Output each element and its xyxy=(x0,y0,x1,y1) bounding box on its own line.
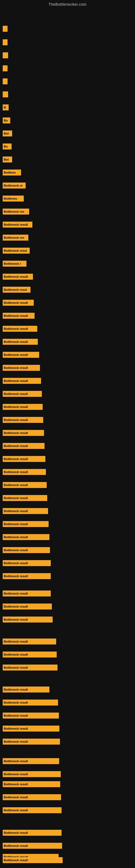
bar-container: Bottleneck result xyxy=(3,713,59,718)
bar: Bottleneck result xyxy=(3,781,60,787)
bar: Bo xyxy=(3,118,10,123)
bar-label: Bottleneck result xyxy=(4,392,28,396)
bar: Bottleneck result xyxy=(3,313,35,319)
bar xyxy=(3,52,8,58)
bar-container: Bottleneck resul xyxy=(3,287,31,293)
bar-label: Bottleneck resul xyxy=(4,288,27,291)
bar-label: Bottleneck result xyxy=(4,223,28,226)
bar: Bottleneck result xyxy=(3,404,43,410)
bar: Bottleneck result xyxy=(3,456,45,462)
bar-label: Bottleneck result xyxy=(4,618,28,621)
bar-label: Bottleneck result xyxy=(4,844,28,847)
bar-container: Bottleneck result xyxy=(3,843,62,849)
bar-label: Bottleneck result xyxy=(4,431,28,435)
bar: Bottleneck result xyxy=(3,843,62,849)
bar-container: Bottleneck result xyxy=(3,222,32,227)
bar: Bottleneck result xyxy=(3,857,63,863)
bar-container: Bottleneck result xyxy=(3,274,33,280)
bar-container xyxy=(3,65,8,71)
bar-container: Bottleneck resul xyxy=(3,248,30,254)
bar: Bottleneck result xyxy=(3,482,47,488)
bar: Bottleneck result xyxy=(3,339,38,345)
bar-label: Bottleneck result xyxy=(4,701,28,704)
bar-container: Bottleneck result xyxy=(3,617,53,622)
bar-container: Bottleneck result xyxy=(3,857,63,863)
bar-label: Bo xyxy=(4,119,8,122)
bar-label: Bottleneck result xyxy=(4,327,28,330)
bar xyxy=(3,79,8,84)
bar: Bottleneck resul xyxy=(3,248,30,254)
bar-container: Bottleneck result xyxy=(3,365,40,371)
bar-container: Bottleneck result xyxy=(3,807,61,813)
bar-label: Bot xyxy=(4,132,9,135)
bar: Bottleneck result xyxy=(3,664,57,671)
bar-container: Bottleneck result xyxy=(3,794,61,800)
bar: Bottleneck result xyxy=(3,274,33,280)
bar-label: Bottleneck result xyxy=(4,666,28,669)
bar: Bottleneck resul xyxy=(3,287,31,293)
bar-label: Bottleneck result xyxy=(4,653,28,656)
bar-label: Bottleneck result xyxy=(4,444,28,447)
bar: Bottleneck result xyxy=(3,391,42,397)
bar: Bottleneck result xyxy=(3,326,37,332)
bar: Bottleneck result xyxy=(3,807,61,813)
bar xyxy=(3,26,8,32)
bar-label: Bottleneck result xyxy=(4,592,28,595)
bar-container: Bottlenec xyxy=(3,195,24,202)
bar xyxy=(3,65,8,71)
bar-label: Bottleneck result xyxy=(4,457,28,461)
bar-label: Bot xyxy=(4,158,9,161)
bar: Bottleneck result xyxy=(3,573,51,579)
bar: Bottleneck result xyxy=(3,560,51,566)
bar: Bottleneck result xyxy=(3,771,61,777)
bar-container: Bottlene xyxy=(3,169,21,176)
bar-container: Bottleneck result xyxy=(3,700,58,706)
bar-label: Bottleneck result xyxy=(4,740,28,743)
bar-label: Bottleneck result xyxy=(4,366,28,369)
bar-container: Bottleneck result xyxy=(3,652,57,657)
bar: Bottleneck result xyxy=(3,222,32,227)
bar: Bottleneck result xyxy=(3,639,56,645)
bar-container: Bottleneck res xyxy=(3,209,29,215)
bar-container: Bottleneck result xyxy=(3,326,37,332)
bar: Bottleneck result xyxy=(3,430,44,436)
bar-label: Bo xyxy=(4,145,8,148)
bar-label: B xyxy=(4,106,6,109)
bar-label: Bottleneck result xyxy=(4,470,28,474)
bar-container: Bottleneck r xyxy=(3,261,27,267)
bar-label: Bottleneck result xyxy=(4,714,28,717)
bar-label: Bottleneck result xyxy=(4,535,28,539)
bar-label: Bottlene xyxy=(4,171,16,174)
bar-container: Bottleneck result xyxy=(3,391,42,397)
bar-container: Bottleneck result xyxy=(3,739,60,745)
chart-area: TheBottlenecker.com BBoBotBoBotBottleneB… xyxy=(0,0,135,868)
bar-label: Bottleneck result xyxy=(4,561,28,565)
bar: Bottleneck result xyxy=(3,830,61,836)
bar: Bottleneck result xyxy=(3,603,52,610)
bar-container xyxy=(3,91,8,97)
bar-container: Bottleneck result xyxy=(3,378,41,384)
bar-label: Bottlenec xyxy=(4,197,17,200)
bar-label: Bottleneck result xyxy=(4,796,28,799)
bar-label: Bottleneck result xyxy=(4,605,28,608)
bar-container: Bottleneck result xyxy=(3,443,45,449)
bar-container: Bottleneck result xyxy=(3,352,39,358)
bar-container: Bottleneck result xyxy=(3,495,47,501)
bar-container: B xyxy=(3,104,9,111)
bar-label: Bottleneck res xyxy=(4,210,24,213)
bar: Bot xyxy=(3,156,12,162)
bar-label: Bottleneck result xyxy=(4,484,28,487)
bar: Bo xyxy=(3,144,12,150)
bar-container: Bottleneck result xyxy=(3,758,59,764)
bar: Bottleneck result xyxy=(3,495,47,501)
bar: Bottleneck result xyxy=(3,417,43,423)
bar-container: Bo xyxy=(3,118,10,123)
bar-label: Bottleneck result xyxy=(4,301,28,304)
bar-container: Bottleneck result xyxy=(3,560,51,566)
site-title: TheBottlenecker.com xyxy=(0,0,135,8)
bar-label: Bottleneck result xyxy=(4,760,28,763)
bar-label: Bottleneck result xyxy=(4,496,28,500)
bar-container: Bottleneck result xyxy=(3,417,43,423)
bar: Bottleneck re xyxy=(3,183,26,188)
bar: Bottleneck result xyxy=(3,534,49,540)
